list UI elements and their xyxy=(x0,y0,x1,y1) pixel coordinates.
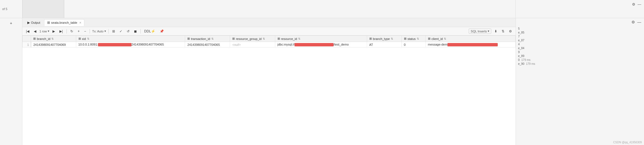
rp-timing-8: 179 ms xyxy=(521,58,531,61)
table-settings-btn[interactable]: ⚙ xyxy=(507,29,513,34)
branch-type-sort[interactable]: ⇅ xyxy=(391,37,393,40)
col-branch-id[interactable]: ⊞ branch_id ⇅ xyxy=(31,36,76,42)
xid-redacted-bar xyxy=(98,43,131,46)
resource-id-sort[interactable]: ⇅ xyxy=(298,37,300,40)
output-tab-label: Output xyxy=(31,21,40,24)
tab-close-btn[interactable]: × xyxy=(80,21,81,24)
cell-transaction-id[interactable]: 2414398091407704065 xyxy=(185,42,230,47)
main-area: + ▶ Output ⊞ seata.branch_table × |◀ ◀ 1… xyxy=(0,18,644,145)
table-row[interactable]: 1 2414398091407704069 10.0.0.1:8091:2414… xyxy=(23,42,516,47)
cell-branch-type[interactable]: AT xyxy=(367,42,401,47)
right-panel-lines: 5 e_85 7 e_87 4 e_84 9 e_89 xyxy=(516,26,644,145)
separator-4 xyxy=(140,29,141,34)
client-id-sort[interactable]: ⇅ xyxy=(444,37,446,40)
cell-status[interactable]: 0 xyxy=(401,42,425,47)
tx-label: Tx: Auto xyxy=(92,30,103,33)
resource-group-id-sort[interactable]: ⇅ xyxy=(263,37,265,40)
row-count-dropdown-icon[interactable]: ▾ xyxy=(48,29,49,33)
revert-btn[interactable]: ↺ xyxy=(125,29,131,34)
sidebar-items xyxy=(0,27,22,29)
resource-id-suffix: /test_demo xyxy=(334,43,349,46)
status-value: 0 xyxy=(404,43,406,46)
export-btn[interactable]: ⬇ xyxy=(493,29,499,34)
remove-row-btn[interactable]: − xyxy=(83,29,87,34)
top-icons: ⚙ — xyxy=(632,2,641,6)
row-count-label: 1 row xyxy=(39,30,47,33)
branch-id-sort[interactable]: ⇅ xyxy=(51,37,54,40)
rp-num-9: e_90 xyxy=(518,62,524,65)
stop-btn[interactable]: ◼ xyxy=(133,29,138,34)
nav-last-btn[interactable]: ▶| xyxy=(58,29,64,34)
copy-rows-btn[interactable]: ⊞ xyxy=(111,29,116,34)
resource-group-id-value: <null> xyxy=(232,43,241,46)
pin-btn[interactable]: 📌 xyxy=(158,29,165,34)
add-row-btn[interactable]: + xyxy=(76,29,81,34)
right-panel-settings-icon[interactable]: ⚙ xyxy=(631,20,635,24)
resource-group-id-icon: ⊞ xyxy=(232,37,235,41)
cell-client-id[interactable]: message-dem xyxy=(425,42,515,47)
branch-id-value: 2414398091407704069 xyxy=(33,43,66,46)
rp-num-7: e_89 xyxy=(518,54,524,58)
top-strip: of 5 ⚙ — xyxy=(0,0,644,18)
col-resource-group-id[interactable]: ⊞ resource_group_id ⇅ xyxy=(230,36,275,42)
nav-first-btn[interactable]: |◀ xyxy=(25,29,31,34)
cell-xid[interactable]: 10.0.0.1:8091:2414398091407704065 xyxy=(76,42,185,47)
sidebar-add-btn[interactable]: + xyxy=(0,19,22,27)
rp-num-6: 9 xyxy=(518,51,520,54)
rp-line-7: e_89 xyxy=(518,54,642,58)
settings-icon[interactable]: ⚙ xyxy=(632,2,635,6)
nav-prev-btn[interactable]: ◀ xyxy=(32,29,38,34)
transaction-id-sort[interactable]: ⇅ xyxy=(211,37,214,40)
xid-sort[interactable]: ⇅ xyxy=(87,37,89,40)
col-branch-type[interactable]: ⊞ branch_type ⇅ xyxy=(367,36,401,42)
client-id-redacted-bar xyxy=(447,43,498,46)
branch-id-label: branch_id xyxy=(37,37,50,41)
rp-line-2: 7 xyxy=(518,35,642,38)
cell-resource-group-id[interactable]: <null> xyxy=(230,42,275,47)
branch-type-value: AT xyxy=(369,43,373,46)
refresh-btn[interactable]: ↻ xyxy=(69,29,75,34)
transpose-btn[interactable]: ⇅ xyxy=(500,29,506,34)
sql-inserts-btn[interactable]: SQL Inserts ▾ xyxy=(469,28,491,34)
transaction-id-label: transaction_id xyxy=(191,37,210,41)
client-id-label: client_id xyxy=(432,37,443,41)
ddl-btn[interactable]: DDL ⚡ xyxy=(143,29,157,34)
col-transaction-id[interactable]: ⊞ transaction_id ⇅ xyxy=(185,36,230,42)
data-table: ⊞ branch_id ⇅ ⊞ xid ⇅ xyxy=(22,35,516,47)
cell-branch-id[interactable]: 2414398091407704069 xyxy=(31,42,76,47)
tab-seata-branch[interactable]: ⊞ seata.branch_table × xyxy=(44,19,84,26)
branch-id-icon: ⊞ xyxy=(33,37,36,41)
nav-next-btn[interactable]: ▶ xyxy=(51,29,56,34)
col-xid[interactable]: ⊞ xid ⇅ xyxy=(76,36,185,42)
rp-line-0: 5 xyxy=(518,27,642,30)
tx-dropdown-icon[interactable]: ▾ xyxy=(104,29,106,33)
check-btn[interactable]: ✓ xyxy=(118,29,124,34)
rp-line-4: 4 xyxy=(518,43,642,46)
ddl-icon: ⚡ xyxy=(151,29,155,33)
rp-num-1: e_85 xyxy=(518,31,524,34)
status-sort[interactable]: ⇅ xyxy=(417,37,419,40)
col-status[interactable]: ⊞ status ⇅ xyxy=(401,36,425,42)
status-label: status xyxy=(408,37,416,41)
right-panel: ⚙ — 5 e_85 7 e_87 4 e_84 9 xyxy=(516,18,644,145)
cell-resource-id[interactable]: jdbc:mysql:///test_demo xyxy=(275,42,367,47)
tab-output[interactable]: ▶ Output xyxy=(25,20,43,26)
watermark: CSDN @qq_41956309 xyxy=(613,141,642,144)
rp-num-3: e_87 xyxy=(518,39,524,42)
top-right-icons: ⚙ — xyxy=(516,0,644,18)
rp-num-8: 0 xyxy=(518,58,520,61)
xid-icon: ⊞ xyxy=(78,37,81,41)
table-tab-icon: ⊞ xyxy=(47,21,50,25)
col-resource-id[interactable]: ⊞ resource_id ⇅ xyxy=(275,36,367,42)
rp-line-6: 9 xyxy=(518,51,642,54)
sql-inserts-dropdown-icon: ▾ xyxy=(488,29,489,33)
minimize-icon[interactable]: — xyxy=(638,2,641,6)
transaction-id-icon: ⊞ xyxy=(187,37,190,41)
table-body: 1 2414398091407704069 10.0.0.1:8091:2414… xyxy=(23,42,516,47)
status-icon: ⊞ xyxy=(404,37,406,41)
separator-2 xyxy=(90,29,90,34)
right-panel-minimize-icon[interactable]: — xyxy=(637,20,641,24)
rp-num-2: 7 xyxy=(518,35,520,38)
tx-control: Tx: Auto ▾ xyxy=(92,29,106,33)
col-client-id[interactable]: ⊞ client_id ⇅ xyxy=(425,36,515,42)
